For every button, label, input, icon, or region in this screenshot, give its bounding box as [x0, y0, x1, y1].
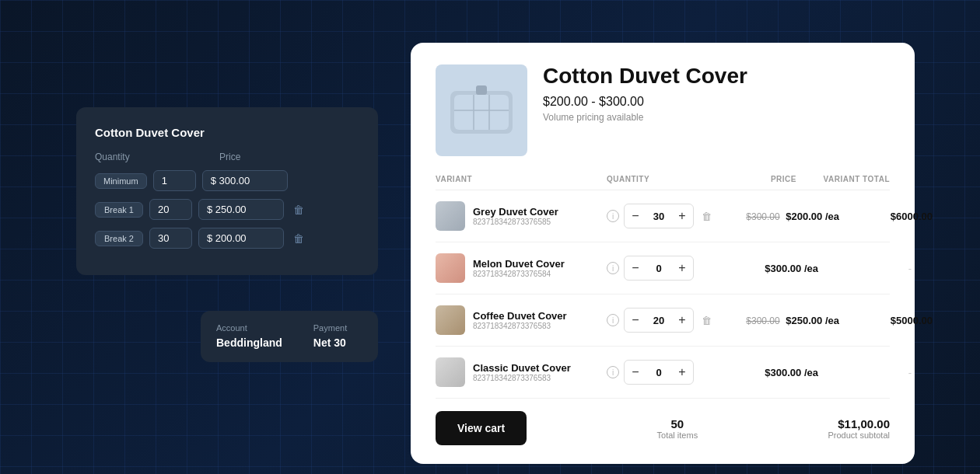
footer-totals: 50 Total items: [539, 417, 815, 440]
col-price-header: PRICE: [672, 175, 796, 183]
qty-input-coffee[interactable]: [646, 315, 671, 326]
qty-input-grey[interactable]: [646, 211, 671, 222]
total-col-grey: $6000.00: [839, 211, 933, 222]
variant-info-classic: Classic Duvet Cover 823718342873376583: [436, 357, 607, 387]
info-icon-classic[interactable]: i: [607, 366, 619, 378]
account-col: Account Beddingland: [216, 323, 282, 350]
qty-controls-coffee: i − + 🗑: [607, 308, 715, 333]
pricing-table-header: Quantity Price: [95, 152, 359, 162]
product-duvet-svg: [446, 75, 516, 145]
product-image: [436, 64, 527, 156]
table-row: Melon Duvet Cover 823718342873376584 i −…: [436, 242, 890, 295]
qty-box-melon: − +: [624, 256, 694, 281]
qty-minus-coffee[interactable]: −: [625, 308, 646, 332]
trash-coffee[interactable]: 🗑: [698, 312, 715, 329]
subtotal-amount: $11,00.00: [828, 417, 891, 430]
price-col-grey: $300.00 $200.00 /ea: [715, 211, 839, 222]
variant-name-classic: Classic Duvet Cover: [473, 362, 571, 374]
pricing-card-title: Cotton Duvet Cover: [95, 126, 359, 139]
variant-thumb-grey: [436, 201, 465, 231]
variant-info-grey: Grey Duvet Cover 823718342873376585: [436, 201, 607, 231]
col-variant-header: VARIANT: [436, 175, 607, 183]
product-price-range: $200.00 - $300.00: [543, 95, 890, 109]
price-col-melon: $300.00 /ea: [694, 263, 818, 274]
col-total-header: VARIANT TOTAL: [796, 175, 890, 183]
current-price-coffee: $250.00 /ea: [786, 315, 839, 326]
pricing-row-break1: Break 1 🗑: [95, 199, 359, 220]
table-row: Coffee Duvet Cover 823718342873376583 i …: [436, 295, 890, 347]
payment-value: Net 30: [313, 336, 346, 349]
qty-box-classic: − +: [624, 360, 694, 385]
total-items-value: 50: [539, 417, 815, 430]
qty-minus-classic[interactable]: −: [625, 361, 646, 384]
trash-grey[interactable]: 🗑: [698, 207, 715, 225]
product-title: Cotton Duvet Cover: [543, 64, 890, 89]
qty-minus-grey[interactable]: −: [625, 204, 646, 228]
current-price-grey: $200.00 /ea: [786, 211, 839, 222]
product-card: Cotton Duvet Cover $200.00 - $300.00 Vol…: [411, 43, 915, 464]
variant-sku-classic: 823718342873376583: [473, 374, 571, 382]
qty-box-grey: − +: [624, 204, 694, 228]
svg-rect-5: [476, 85, 487, 95]
current-price-classic: $300.00 /ea: [765, 367, 818, 378]
price-col-classic: $300.00 /ea: [694, 367, 818, 378]
minimum-qty-input[interactable]: [153, 170, 196, 191]
variant-text-coffee: Coffee Duvet Cover 823718342873376583: [473, 310, 567, 330]
product-header: Cotton Duvet Cover $200.00 - $300.00 Vol…: [436, 64, 890, 156]
minimum-price-input[interactable]: [202, 170, 288, 191]
price-col-coffee: $300.00 $250.00 /ea: [715, 315, 839, 326]
subtotal-label: Product subtotal: [828, 430, 891, 440]
break2-delete-button[interactable]: 🗑: [290, 229, 307, 248]
variant-thumb-melon: [436, 253, 465, 283]
qty-box-coffee: − +: [624, 308, 694, 333]
variant-sku-coffee: 823718342873376583: [473, 322, 567, 330]
variant-name-melon: Melon Duvet Cover: [473, 258, 565, 270]
qty-input-melon[interactable]: [646, 263, 671, 274]
pricing-config-card: Cotton Duvet Cover Quantity Price Minimu…: [76, 107, 378, 275]
variant-info-coffee: Coffee Duvet Cover 823718342873376583: [436, 305, 607, 335]
qty-plus-coffee[interactable]: +: [671, 308, 693, 332]
qty-input-classic[interactable]: [646, 367, 671, 378]
break1-qty-input[interactable]: [149, 199, 192, 220]
break2-qty-input[interactable]: [149, 228, 192, 249]
variant-info-melon: Melon Duvet Cover 823718342873376584: [436, 253, 607, 283]
table-row: Grey Duvet Cover 823718342873376585 i − …: [436, 190, 890, 242]
price-low: $200.00: [543, 95, 588, 108]
volume-pricing-label: Volume pricing available: [543, 112, 890, 123]
qty-plus-classic[interactable]: +: [671, 361, 693, 384]
qty-controls-melon: i − +: [607, 256, 694, 281]
table-row: Classic Duvet Cover 823718342873376583 i…: [436, 347, 890, 399]
current-price-melon: $300.00 /ea: [765, 263, 818, 274]
account-label: Account: [216, 323, 282, 333]
variant-text-classic: Classic Duvet Cover 823718342873376583: [473, 362, 571, 382]
variant-text-grey: Grey Duvet Cover 823718342873376585: [473, 206, 558, 226]
info-icon-coffee[interactable]: i: [607, 314, 619, 326]
total-col-melon: -: [818, 263, 912, 274]
col-quantity-header: QUANTITY: [607, 175, 672, 183]
account-card: Account Beddingland Payment Net 30: [201, 311, 378, 362]
table-headers: VARIANT QUANTITY PRICE VARIANT TOTAL: [436, 175, 890, 190]
footer-subtotal: $11,00.00 Product subtotal: [828, 417, 891, 440]
view-cart-button[interactable]: View cart: [436, 411, 527, 445]
qty-minus-melon[interactable]: −: [625, 256, 646, 280]
break2-badge: Break 2: [95, 231, 143, 246]
variant-name-coffee: Coffee Duvet Cover: [473, 310, 567, 322]
minimum-badge: Minimum: [95, 173, 147, 189]
pricing-row-break2: Break 2 🗑: [95, 228, 359, 249]
total-items-label: Total items: [539, 430, 815, 440]
card-footer: View cart 50 Total items $11,00.00 Produ…: [436, 411, 890, 445]
variant-thumb-classic: [436, 357, 465, 387]
product-info: Cotton Duvet Cover $200.00 - $300.00 Vol…: [543, 64, 890, 156]
break1-delete-button[interactable]: 🗑: [290, 200, 307, 219]
qty-plus-melon[interactable]: +: [671, 256, 693, 280]
info-icon-melon[interactable]: i: [607, 262, 619, 274]
info-icon-grey[interactable]: i: [607, 210, 619, 222]
account-value: Beddingland: [216, 336, 282, 349]
price-separator: -: [591, 95, 599, 108]
total-col-coffee: $5000.00: [839, 315, 933, 326]
qty-plus-grey[interactable]: +: [671, 204, 693, 228]
variant-sku-grey: 823718342873376585: [473, 218, 558, 226]
qty-header: Quantity: [95, 152, 219, 162]
break2-price-input[interactable]: [198, 228, 284, 249]
break1-price-input[interactable]: [198, 199, 284, 220]
